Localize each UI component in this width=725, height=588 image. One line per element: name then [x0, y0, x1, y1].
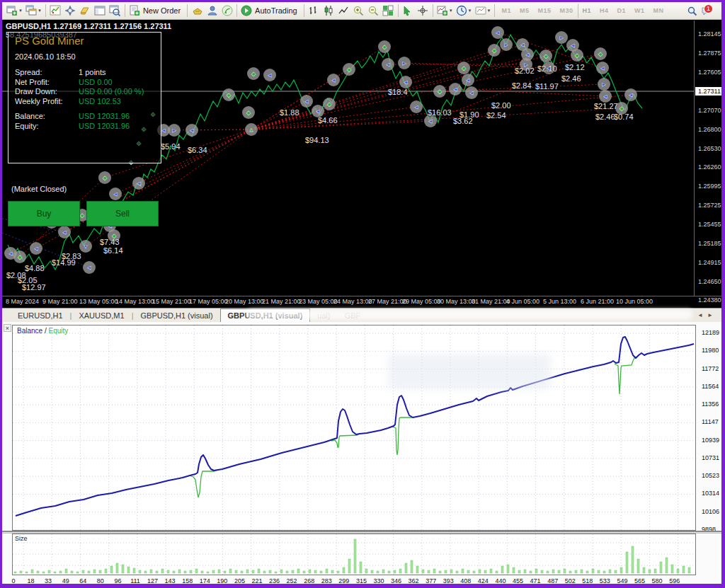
periods-button[interactable]: ▼ — [455, 4, 474, 18]
timeframe-D1[interactable]: D1 — [613, 4, 631, 18]
tab-ual-[interactable]: ual) — [310, 310, 337, 322]
tab-gbf[interactable]: GBF — [338, 310, 368, 322]
size-bar — [190, 570, 192, 573]
trade-marker-arrow: ◄ — [33, 246, 39, 252]
tester-x-label: 502 — [565, 577, 576, 584]
trade-marker-arrow: ◄ — [385, 62, 391, 68]
trade-marker-arrow: ◄ — [113, 191, 118, 197]
trade-marker-arrow: ◆ — [462, 65, 467, 71]
size-bar — [173, 571, 175, 573]
timeframe-H1[interactable]: H1 — [578, 4, 596, 18]
tester-x-label: 33 — [45, 577, 52, 584]
time-axis-label: 29 May 05:00 — [402, 298, 441, 305]
trade-marker-arrow: ▼ — [83, 243, 89, 250]
notifications-button[interactable]: 1 — [700, 4, 714, 18]
tester-y-label: 11772 — [702, 365, 719, 372]
expert-advisors-icon — [192, 5, 203, 16]
candlestick-button[interactable] — [321, 4, 336, 18]
indicators-button[interactable]: ▼ — [435, 4, 455, 18]
autotrading-button[interactable]: AutoTrading — [239, 4, 302, 18]
size-bar — [365, 569, 367, 573]
tester-x-label: 64 — [79, 577, 86, 584]
time-axis-label: 21 May 21:00 — [262, 298, 301, 305]
price-chart-area[interactable]: ◄◆◄◆◄▼◄◆◆◄◆◄◄◄►◄◆◆◄◆▲◄◄◆◄◆◆◄►◄◄◄◆◄◆◄◄◆◄►… — [2, 21, 721, 308]
size-bar — [473, 571, 475, 573]
size-bar — [354, 539, 356, 573]
size-bar — [433, 569, 435, 573]
tester-y-label: 10106 — [702, 508, 719, 515]
equity-line — [615, 358, 636, 394]
timeframe-M15[interactable]: M15 — [534, 4, 556, 18]
tab-gbpusd-h1-visual-[interactable]: GBPUSD,H1 (visual) — [220, 309, 311, 322]
size-bar — [677, 569, 679, 573]
legend-equity: Equity — [48, 327, 68, 335]
tester-y-label: 11564 — [702, 383, 719, 390]
tester-x-label: 424 — [478, 577, 489, 584]
close-icon[interactable]: × — [4, 324, 11, 332]
profiles-button[interactable]: ▼ — [24, 4, 43, 18]
trade-marker-arrow: ◄ — [304, 98, 309, 105]
chart-window-button[interactable] — [93, 4, 108, 18]
crosshair-button[interactable] — [416, 4, 430, 18]
navigator-button[interactable] — [63, 4, 78, 18]
size-bar — [575, 570, 577, 573]
market-watch-button[interactable] — [48, 4, 63, 18]
ea-stat-row: Equity:USD 12031.96 — [15, 122, 156, 130]
size-bar — [76, 572, 79, 573]
size-bar — [439, 571, 441, 573]
sell-button[interactable]: Sell — [86, 201, 159, 226]
buy-button[interactable]: Buy — [8, 201, 80, 226]
new-order-button[interactable]: New Order — [127, 4, 185, 18]
new-chart-button[interactable]: ▼ — [5, 4, 24, 18]
trade-profit-label: $4.88 — [25, 264, 45, 272]
timeframe-M30[interactable]: M30 — [556, 4, 578, 18]
zoom-out-button[interactable] — [366, 4, 381, 18]
autotrading-label: AutoTrading — [252, 6, 300, 15]
community-button[interactable] — [205, 4, 219, 18]
cursor-button[interactable] — [401, 4, 416, 18]
zoom-in-button[interactable] — [351, 4, 366, 18]
trade-marker-arrow: ◄ — [267, 72, 273, 79]
timeframe-M5[interactable]: M5 — [515, 4, 534, 18]
tab-scroll-left[interactable]: ◄ — [697, 312, 703, 318]
timeframe-M1[interactable]: M1 — [497, 4, 515, 18]
zoom-in-icon — [353, 5, 364, 16]
expert-advisors-button[interactable] — [190, 4, 205, 18]
size-bar — [263, 571, 266, 573]
tester-x-label: 80 — [97, 577, 104, 584]
search-button[interactable] — [685, 4, 700, 18]
tile-windows-button[interactable] — [381, 4, 396, 18]
lot-size-plot: Size — [12, 534, 696, 575]
search-icon — [687, 6, 697, 16]
tester-y-label: 10314 — [702, 490, 719, 497]
timeframe-W1[interactable]: W1 — [630, 4, 649, 18]
trade-line-red — [251, 121, 430, 129]
trade-profit-label: $16.03 — [428, 108, 452, 117]
lot-size-canvas — [13, 534, 695, 575]
size-bar — [535, 569, 537, 573]
bar-chart-button[interactable] — [307, 4, 321, 18]
trade-marker-arrow: ◆ — [227, 92, 232, 98]
tester-y-label: 10731 — [702, 454, 719, 461]
templates-button[interactable]: ▼ — [474, 4, 493, 18]
size-bar — [246, 570, 249, 573]
chart-tabs: EURUSD,H1|XAUUSD,M1|GBPUSD,H1 (visual)GB… — [11, 309, 367, 322]
tab-xauusd-m1[interactable]: XAUUSD,M1 — [72, 310, 131, 322]
tab-gbpusd-h1-visual-[interactable]: GBPUSD,H1 (visual) — [133, 310, 219, 322]
size-bar — [382, 570, 384, 573]
toolbar-separator — [187, 4, 188, 17]
size-bar — [99, 570, 101, 573]
time-axis-label: 30 May 13:00 — [437, 298, 476, 305]
time-axis-label: 5 Jun 13:00 — [543, 298, 576, 305]
market-watch-icon — [50, 5, 61, 16]
line-chart-button[interactable] — [336, 4, 351, 18]
size-bar — [399, 569, 401, 573]
timeframe-H4[interactable]: H4 — [595, 4, 613, 18]
tab-eurusd-h1[interactable]: EURUSD,H1 — [11, 310, 70, 322]
timeframe-MN[interactable]: MN — [649, 4, 668, 18]
chart-window-icon — [94, 5, 105, 16]
signals-button[interactable] — [219, 4, 234, 18]
tab-scroll-right[interactable]: ► — [707, 312, 713, 318]
data-window-button[interactable] — [78, 4, 93, 18]
strategy-tester-button[interactable] — [108, 4, 122, 18]
